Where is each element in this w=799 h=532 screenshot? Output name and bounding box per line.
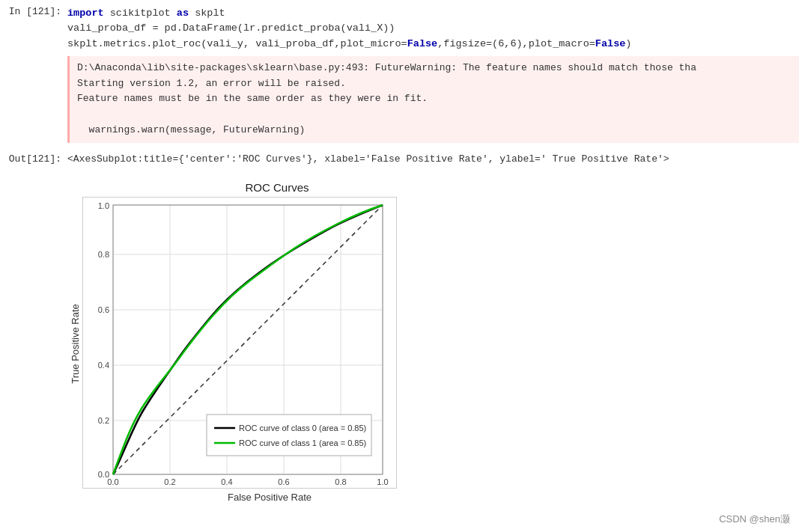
svg-text:ROC curve of class 1 (area = 0: ROC curve of class 1 (area = 0.85) — [239, 438, 366, 447]
code-line-3: skplt.metrics.plot_roc(vali_y, vali_prob… — [67, 37, 799, 52]
code-block: import scikitplot as skplt vali_proba_df… — [67, 3, 799, 55]
x-axis-label: False Positive Rate — [112, 492, 427, 504]
code-content: import scikitplot as skplt vali_proba_df… — [67, 3, 799, 144]
svg-text:0.2: 0.2 — [98, 416, 109, 425]
svg-text:0.8: 0.8 — [98, 250, 109, 259]
svg-text:0.2: 0.2 — [164, 477, 175, 486]
svg-text:0.0: 0.0 — [107, 477, 118, 486]
code-line-2: vali_proba_df = pd.DataFrame(lr.predict_… — [67, 21, 799, 36]
svg-text:0.8: 0.8 — [335, 477, 346, 486]
svg-text:0.6: 0.6 — [278, 477, 289, 486]
svg-text:0.4: 0.4 — [221, 477, 232, 486]
chart-cell: ROC Curves True Positive Rate — [0, 171, 799, 514]
svg-text:0.6: 0.6 — [98, 305, 109, 314]
svg-text:1.0: 1.0 — [98, 201, 109, 210]
chart-wrapper: ROC Curves True Positive Rate — [67, 174, 799, 511]
warning-block: D:\Anaconda\lib\site-packages\sklearn\ba… — [67, 56, 799, 143]
code-line-1: import scikitplot as skplt — [67, 6, 799, 21]
svg-text:ROC curve of class 0 (area = 0: ROC curve of class 0 (area = 0.85) — [239, 424, 366, 432]
chart-title: ROC Curves — [67, 181, 487, 194]
watermark: CSDN @shen灏 — [719, 513, 790, 526]
svg-text:1.0: 1.0 — [377, 477, 388, 486]
chart-cell-label — [0, 174, 67, 511]
chart-container: ROC Curves True Positive Rate — [67, 181, 487, 504]
y-axis-label: True Positive Rate — [70, 305, 81, 384]
svg-text:0.4: 0.4 — [98, 361, 109, 370]
input-cell: In [121]: import scikitplot as skplt val… — [0, 0, 799, 147]
chart-content: ROC Curves True Positive Rate — [67, 174, 799, 511]
svg-rect-26 — [207, 415, 371, 456]
notebook-container: In [121]: import scikitplot as skplt val… — [0, 0, 799, 532]
cell-out-label: Out[121]: — [0, 150, 67, 168]
output-cell: Out[121]: <AxesSubplot:title={'center':'… — [0, 147, 799, 171]
cell-in-label: In [121]: — [0, 3, 67, 144]
chart-svg: 0.0 0.2 0.4 0.6 0.8 1.0 0.0 0.2 0.4 0. — [82, 197, 397, 489]
output-text: <AxesSubplot:title={'center':'ROC Curves… — [67, 150, 799, 168]
output-content: <AxesSubplot:title={'center':'ROC Curves… — [67, 150, 799, 168]
